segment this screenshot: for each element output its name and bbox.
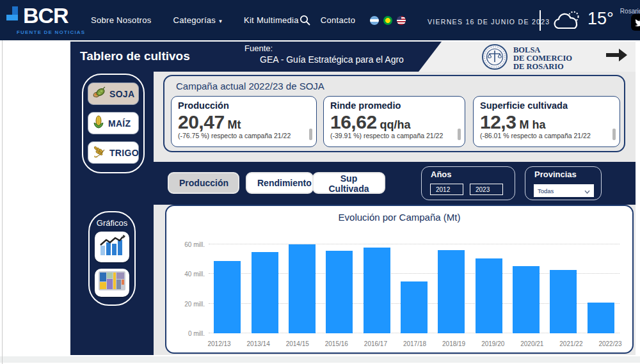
kpi-value: 12,3 xyxy=(480,111,516,132)
bcr-logo-subtitle: FUENTE DE NOTICIAS xyxy=(17,29,85,35)
x-tick-label: 2020/21 xyxy=(513,340,552,347)
x-tick-label: 2017/18 xyxy=(395,340,434,347)
x-tick-label: 2016/17 xyxy=(356,340,395,347)
summary-title: Campaña actual 2022/23 de SOJA xyxy=(176,81,324,91)
bar-column xyxy=(582,237,620,333)
bar-2019/20[interactable] xyxy=(476,258,502,333)
crop-button-soja[interactable]: SOJA xyxy=(88,83,139,105)
crop-selector-group: SOJA MAÍZ xyxy=(82,74,145,173)
metric-button-rendimiento[interactable]: Rendimiento xyxy=(246,172,314,194)
provinces-label: Provincias xyxy=(534,170,601,179)
crop-label: MAÍZ xyxy=(108,118,131,129)
chevron-down-icon xyxy=(584,185,590,196)
kpi-label: Rinde promedio xyxy=(330,100,458,111)
crop-label: TRIGO xyxy=(109,148,139,158)
year-to-input[interactable] xyxy=(470,184,503,195)
y-tick-label: 20 mill. xyxy=(184,301,205,308)
nav-item-kit-multimedia[interactable]: Kit Multimedia xyxy=(244,15,299,25)
year-from-input[interactable] xyxy=(430,184,463,195)
treemap-view-button[interactable] xyxy=(95,269,129,297)
plot-area xyxy=(209,237,620,333)
top-navbar: BCR FUENTE DE NOTICIAS Sobre Nosotros Ca… xyxy=(0,0,640,40)
y-tick-label: 60 mill. xyxy=(184,241,205,248)
bar-2020/21[interactable] xyxy=(513,266,540,333)
y-tick-label: 40 mill. xyxy=(184,271,205,278)
source-block: Fuente: GEA - Guía Estratégica para el A… xyxy=(244,44,404,65)
bar-column xyxy=(508,237,545,333)
kpi-card-produccion: Producción 20,47Mt (-76.75 %) respecto a… xyxy=(171,96,317,147)
years-label: Años xyxy=(431,170,515,179)
crop-button-trigo[interactable]: TRIGO xyxy=(88,141,139,164)
card-scrollbar[interactable] xyxy=(612,129,616,140)
kpi-label: Producción xyxy=(178,100,310,111)
card-scrollbar[interactable] xyxy=(458,129,461,140)
card-scrollbar[interactable] xyxy=(309,129,312,140)
bar-chart-icon xyxy=(99,234,125,260)
page-title: Tablero de cultivos xyxy=(80,49,190,63)
metric-button-sup-cultivada[interactable]: Sup Cultivada xyxy=(312,172,385,194)
chart-panel: Evolución por Campaña (Mt) 0 mill.20 mil… xyxy=(165,205,634,354)
x-tick-label: 2013/14 xyxy=(239,340,278,347)
bar-chart-view-button[interactable] xyxy=(95,232,129,262)
bcr-logo[interactable]: BCR FUENTE DE NOTICIAS xyxy=(6,4,85,35)
chart-title: Evolución por Campaña (Mt) xyxy=(166,212,632,223)
bar-2013/14[interactable] xyxy=(252,252,278,333)
bar-2014/15[interactable] xyxy=(289,244,316,333)
page-bottom-band xyxy=(0,356,640,363)
kpi-unit: qq/ha xyxy=(380,118,411,131)
weather-widget: 15° Rosario xyxy=(552,9,640,35)
nav-item-sobre-nosotros[interactable]: Sobre Nosotros xyxy=(91,15,152,25)
bar-2021/22[interactable] xyxy=(550,270,577,333)
kpi-value: 20,47 xyxy=(178,111,225,132)
nav-menu: Sobre Nosotros Categorías▾ Kit Multimedi… xyxy=(91,0,355,40)
bar-2017/18[interactable] xyxy=(401,281,428,333)
bar-2022/23[interactable] xyxy=(588,303,614,333)
metric-button-produccion[interactable]: Producción xyxy=(168,172,239,194)
bar-column xyxy=(246,237,283,333)
chevron-down-icon: ▾ xyxy=(219,18,222,24)
nav-divider xyxy=(540,10,541,31)
sidebar: SOJA MAÍZ xyxy=(70,72,154,355)
crop-button-maiz[interactable]: MAÍZ xyxy=(88,112,139,134)
provinces-dropdown[interactable]: Todas xyxy=(534,184,594,197)
crop-label: SOJA xyxy=(109,89,134,99)
source-value: GEA - Guía Estratégica para el Agro xyxy=(260,54,404,65)
charts-group: Gráficos xyxy=(88,211,136,306)
treemap-icon xyxy=(98,271,126,295)
source-label: Fuente: xyxy=(244,44,404,53)
nav-item-contacto[interactable]: Contacto xyxy=(321,15,355,25)
bar-2015/16[interactable] xyxy=(326,251,353,333)
x-tick-label: 2019/20 xyxy=(474,340,513,347)
kpi-unit: Mt xyxy=(228,118,241,131)
bar-2016/17[interactable] xyxy=(364,248,390,333)
kpi-card-superficie: Superficie cultivada 12,3M ha (-86.01 % … xyxy=(473,96,620,147)
twitter-icon[interactable] xyxy=(631,14,640,31)
usa-flag-icon[interactable] xyxy=(396,15,406,26)
soy-icon xyxy=(92,86,106,102)
bcr-logo-text: BCR xyxy=(23,4,68,27)
x-tick-label: 2021/22 xyxy=(552,340,591,347)
bcr-logo-plus-icon xyxy=(6,6,23,28)
x-axis-ticks: 2012/132013/142014/152015/162016/172017/… xyxy=(200,340,630,347)
chart-bars xyxy=(209,237,620,333)
bar-column xyxy=(545,237,582,333)
search-icon[interactable] xyxy=(300,15,310,26)
bar-2012/13[interactable] xyxy=(214,261,241,333)
forward-arrow-button[interactable] xyxy=(605,47,628,65)
summary-panel: Campaña actual 2022/23 de SOJA Producció… xyxy=(163,75,625,152)
provinces-selected-value: Todas xyxy=(538,187,554,194)
x-tick-label: 2018/19 xyxy=(435,340,474,347)
kpi-label: Superficie cultivada xyxy=(480,100,613,111)
x-tick-label: 2014/15 xyxy=(278,340,317,347)
argentina-flag-icon[interactable] xyxy=(369,15,380,26)
brazil-flag-icon[interactable] xyxy=(383,15,393,26)
bar-column xyxy=(396,237,433,333)
bar-column xyxy=(358,237,395,333)
provinces-filter-group: Provincias Todas xyxy=(525,166,602,200)
bar-2018/19[interactable] xyxy=(438,250,465,333)
cloud-icon xyxy=(552,9,582,35)
nav-item-categorias[interactable]: Categorías▾ xyxy=(173,15,222,25)
kpi-unit: M ha xyxy=(519,118,545,131)
kpi-delta: (-76.75 %) respecto a campaña 21/22 xyxy=(178,132,293,145)
bar-column xyxy=(470,237,508,333)
